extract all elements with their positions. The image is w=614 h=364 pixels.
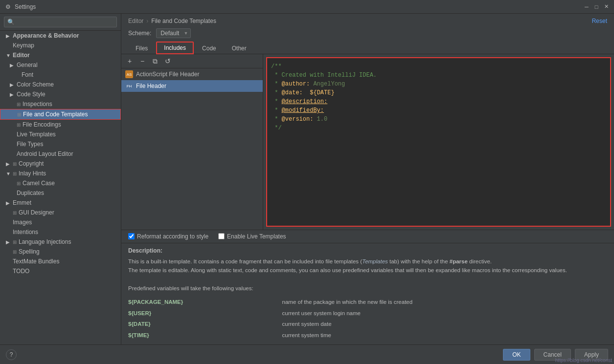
add-template-button[interactable]: +	[124, 56, 135, 66]
sidebar-item-color-scheme[interactable]: ▶Color Scheme	[0, 80, 121, 89]
tab-files[interactable]: Files	[128, 43, 155, 54]
nav-item-label: Appearance & Behavior	[13, 32, 79, 39]
sidebar-item-file-code-templates[interactable]: ⊞File and Code Templates	[0, 109, 121, 120]
variable-desc: name of the package in which the new fil…	[282, 297, 607, 307]
variable-name: ${PACKAGE_NAME}	[128, 297, 282, 307]
desc-text4: The template is editable. Along with sta…	[128, 267, 567, 273]
sidebar-item-file-encodings[interactable]: ⊞File Encodings	[0, 120, 121, 129]
template-list-pane: + − ⧉ ↺ AS ActionScript File Header FH F…	[121, 54, 263, 230]
nav-item-label: Inspections	[23, 101, 52, 107]
reset-template-button[interactable]: ↺	[162, 56, 173, 66]
scheme-select[interactable]: Default Project	[156, 28, 191, 38]
tab-code[interactable]: Code	[195, 43, 224, 54]
watermark: https://blog.csdn.net/const	[555, 358, 612, 363]
reset-link[interactable]: Reset	[592, 18, 607, 24]
nav-item-label: TODO	[13, 268, 29, 275]
live-templates-checkbox[interactable]	[218, 233, 225, 239]
fileheader-icon: FH	[125, 82, 133, 90]
sidebar-item-todo[interactable]: TODO	[0, 266, 121, 276]
bottom-options: Reformat according to style Enable Live …	[121, 230, 614, 243]
title-bar-controls: ─ □ ✕	[583, 3, 610, 11]
nav-item-label: File Types	[17, 141, 43, 148]
sidebar-item-live-templates[interactable]: Live Templates	[0, 129, 121, 139]
template-items: AS ActionScript File Header FH File Head…	[121, 68, 263, 230]
remove-template-button[interactable]: −	[137, 56, 148, 66]
nav-item-label: Emmet	[13, 199, 31, 206]
nav-arrow-icon: ▶	[6, 200, 11, 206]
nav-arrow-icon: ▼	[6, 171, 11, 176]
help-button[interactable]: ?	[6, 349, 17, 360]
nav-arrow-icon: ▶	[6, 239, 11, 245]
sidebar-item-images[interactable]: Images	[0, 217, 121, 227]
sidebar-item-inspections[interactable]: ⊞Inspections	[0, 99, 121, 109]
sidebar-item-font[interactable]: Font	[0, 70, 121, 80]
breadcrumb-parent: Editor	[128, 18, 143, 24]
search-input[interactable]	[4, 17, 117, 27]
desc-text1: This is a built-in template. It contains…	[128, 258, 492, 264]
maximize-button[interactable]: □	[592, 3, 600, 11]
nav-item-label: Keymap	[13, 42, 34, 49]
main-layout: ▶Appearance & BehaviorKeymap▼Editor▶Gene…	[0, 14, 614, 344]
breadcrumb: Editor › File and Code Templates	[128, 18, 216, 24]
reformat-checkbox-row: Reformat according to style	[128, 233, 208, 240]
nav-item-icon: ⊞	[13, 210, 17, 215]
sidebar-item-gui-designer[interactable]: ⊞GUI Designer	[0, 208, 121, 217]
live-templates-label: Enable Live Templates	[227, 233, 286, 240]
sidebar-item-intentions[interactable]: Intentions	[0, 227, 121, 237]
nav-arrow-icon: ▼	[6, 53, 11, 58]
nav-item-icon: ⊞	[17, 181, 21, 186]
nav-item-label: Live Templates	[17, 131, 56, 138]
nav-arrow-icon: ▶	[10, 92, 15, 97]
tab-other[interactable]: Other	[225, 43, 254, 54]
desc-italic: Templates	[362, 258, 388, 264]
close-button[interactable]: ✕	[602, 3, 610, 11]
footer: ? OK Cancel Apply	[0, 344, 614, 364]
variable-name: ${TIME}	[128, 330, 282, 341]
nav-item-label: GUI Designer	[19, 209, 54, 216]
sidebar-item-android-layout[interactable]: Android Layout Editor	[0, 149, 121, 159]
reformat-label: Reformat according to style	[137, 233, 208, 240]
nav-item-label: Android Layout Editor	[17, 150, 73, 157]
sidebar-item-spelling[interactable]: ⊞Spelling	[0, 247, 121, 257]
sidebar-item-code-style[interactable]: ▶Code Style	[0, 89, 121, 99]
search-box	[0, 14, 121, 31]
nav-item-label: TextMate Bundles	[13, 258, 59, 265]
sidebar-item-inlay-hints[interactable]: ▼⊞Inlay Hints	[0, 169, 121, 178]
template-item-actionscript[interactable]: AS ActionScript File Header	[121, 68, 263, 80]
sidebar-item-editor[interactable]: ▼Editor	[0, 50, 121, 60]
sidebar-item-duplicates[interactable]: Duplicates	[0, 188, 121, 198]
sidebar-item-keymap[interactable]: Keymap	[0, 41, 121, 50]
sidebar-item-general[interactable]: ▶General	[0, 60, 121, 70]
editor-pane: /** * Created with IntelliJ IDEA. * @aut…	[263, 54, 614, 230]
minimize-button[interactable]: ─	[583, 3, 591, 11]
nav-item-icon: ⊞	[13, 249, 17, 255]
nav-item-label: Images	[13, 219, 32, 226]
description-pane: Description: This is a built-in template…	[121, 243, 614, 344]
code-editor[interactable]: /** * Created with IntelliJ IDEA. * @aut…	[266, 57, 611, 227]
sidebar-item-appearance[interactable]: ▶Appearance & Behavior	[0, 31, 121, 41]
content-header: Editor › File and Code Templates Reset	[121, 14, 614, 26]
variables-table: ${PACKAGE_NAME}name of the package in wh…	[128, 297, 607, 341]
sidebar-item-camel-case[interactable]: ⊞Camel Case	[0, 178, 121, 188]
sidebar-item-copyright[interactable]: ▶⊞Copyright	[0, 159, 121, 169]
reformat-checkbox[interactable]	[128, 233, 135, 239]
sidebar-item-file-types[interactable]: File Types	[0, 139, 121, 149]
nav-item-label: Inlay Hints	[19, 170, 46, 177]
sidebar-item-language-injections[interactable]: ▶⊞Language Injections	[0, 237, 121, 247]
variable-row: ${DATE}current system date	[128, 319, 607, 329]
variable-desc: current system time	[282, 330, 607, 341]
description-text: This is a built-in template. It contains…	[128, 257, 607, 341]
nav-item-icon: ⊞	[17, 122, 21, 128]
split-area: + − ⧉ ↺ AS ActionScript File Header FH F…	[121, 54, 614, 230]
ok-button[interactable]: OK	[503, 349, 530, 361]
app-icon: ⚙	[4, 3, 12, 11]
template-item-fileheader[interactable]: FH File Header	[121, 80, 263, 92]
tab-includes[interactable]: Includes	[156, 42, 194, 54]
copy-template-button[interactable]: ⧉	[150, 56, 160, 66]
desc-directive: #parse	[450, 258, 468, 264]
sidebar-item-emmet[interactable]: ▶Emmet	[0, 198, 121, 208]
title-bar: ⚙ Settings ─ □ ✕	[0, 0, 614, 14]
sidebar-nav: ▶Appearance & BehaviorKeymap▼Editor▶Gene…	[0, 31, 121, 276]
sidebar-item-textmate-bundles[interactable]: TextMate Bundles	[0, 257, 121, 266]
scheme-label: Scheme:	[128, 30, 151, 37]
